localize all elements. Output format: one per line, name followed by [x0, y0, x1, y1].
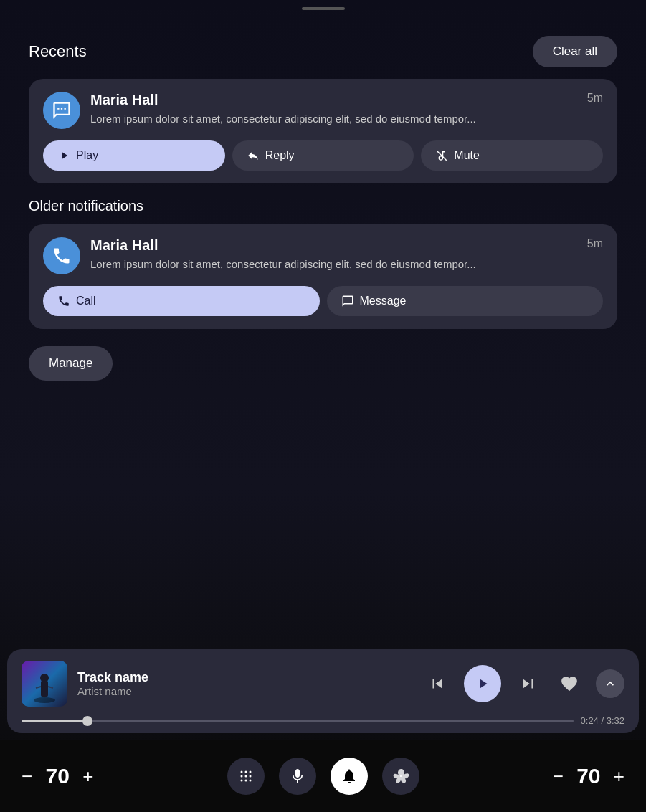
play-pause-icon: [475, 676, 490, 692]
older-notif-content: Maria Hall 5m Lorem ipsum dolor sit amet…: [90, 237, 603, 272]
recents-header: Recents Clear all: [29, 36, 617, 67]
bottom-icons: [227, 758, 419, 795]
microphone-button[interactable]: [279, 758, 316, 795]
heart-icon: [560, 674, 579, 693]
bottom-bar: − 70 +: [0, 740, 646, 812]
progress-bar[interactable]: [22, 720, 574, 722]
fan-icon: [392, 768, 409, 785]
volume-left-plus[interactable]: +: [82, 765, 93, 788]
message-bubble-icon: [341, 295, 354, 307]
notif-actions: Play Reply Mute: [43, 140, 603, 171]
expand-button[interactable]: [596, 669, 624, 698]
older-notifications-title: Older notifications: [29, 198, 617, 214]
svg-point-2: [34, 697, 55, 703]
svg-point-8: [244, 771, 247, 773]
like-button[interactable]: [554, 669, 584, 699]
previous-icon: [428, 674, 447, 693]
media-controls: [422, 665, 624, 702]
mute-icon: [435, 149, 448, 162]
recents-title: Recents: [29, 42, 87, 61]
progress-thumb: [82, 716, 92, 726]
album-art-svg: [22, 661, 67, 707]
svg-point-9: [249, 771, 251, 773]
older-notif-row: Maria Hall 5m: [90, 237, 603, 254]
album-art: [22, 661, 67, 707]
phone-icon: [52, 246, 72, 266]
play-pause-button[interactable]: [464, 665, 501, 702]
notif-message: Lorem ipsum dolor sit amet, consectetur …: [90, 111, 603, 126]
media-player: Track name Artist name 0:24 /: [7, 649, 639, 733]
mute-button[interactable]: Mute: [421, 140, 603, 171]
clear-all-button[interactable]: Clear all: [533, 36, 617, 67]
volume-right-minus[interactable]: −: [553, 765, 564, 788]
volume-left-value: 70: [39, 764, 75, 788]
play-label: Play: [76, 149, 98, 162]
message-app-icon: [43, 92, 80, 129]
album-art-inner: [22, 661, 67, 707]
svg-point-12: [249, 775, 251, 778]
progress-container: 0:24 / 3:32: [22, 715, 624, 726]
previous-button[interactable]: [422, 669, 452, 699]
phone-app-icon: [43, 237, 80, 274]
media-top-row: Track name Artist name: [22, 661, 624, 707]
message-icon: [52, 100, 72, 120]
next-button[interactable]: [513, 669, 543, 699]
bell-button[interactable]: [331, 758, 368, 795]
message-button[interactable]: Message: [327, 286, 604, 316]
volume-right: − 70 +: [553, 764, 624, 788]
volume-right-plus[interactable]: +: [614, 765, 624, 788]
svg-rect-3: [41, 681, 48, 697]
older-notif-header: Maria Hall 5m Lorem ipsum dolor sit amet…: [43, 237, 603, 274]
volume-left: − 70 +: [22, 764, 93, 788]
volume-right-value: 70: [571, 764, 607, 788]
track-name: Track name: [77, 670, 412, 685]
svg-point-7: [240, 771, 242, 773]
reply-button[interactable]: Reply: [232, 140, 414, 171]
call-label: Call: [76, 295, 96, 307]
bell-icon: [341, 768, 358, 785]
reply-label: Reply: [265, 149, 295, 162]
manage-button[interactable]: Manage: [29, 346, 113, 381]
fan-button[interactable]: [382, 758, 419, 795]
time-label: 0:24 / 3:32: [581, 715, 624, 726]
older-notif-sender-name: Maria Hall: [90, 237, 158, 254]
message-label: Message: [360, 295, 407, 307]
drag-handle[interactable]: [302, 7, 345, 10]
call-button[interactable]: Call: [43, 286, 320, 316]
svg-point-14: [244, 780, 247, 782]
svg-point-15: [249, 780, 251, 782]
svg-point-13: [240, 780, 242, 782]
volume-left-minus[interactable]: −: [22, 765, 32, 788]
artist-name: Artist name: [77, 685, 412, 697]
play-icon: [57, 149, 70, 162]
main-content: Recents Clear all Maria Hall 5m Lorem ip…: [0, 22, 646, 395]
call-icon: [57, 295, 70, 307]
play-button[interactable]: Play: [43, 140, 225, 171]
track-info: Track name Artist name: [77, 670, 412, 697]
older-notif-message: Lorem ipsum dolor sit amet, consectetur …: [90, 257, 603, 272]
next-icon: [518, 674, 537, 693]
older-notif-time: 5m: [587, 237, 603, 250]
progress-fill: [22, 720, 87, 722]
svg-point-4: [40, 674, 49, 682]
keypad-icon: [237, 768, 255, 785]
older-notification-card: Maria Hall 5m Lorem ipsum dolor sit amet…: [29, 224, 617, 329]
notif-time: 5m: [587, 92, 603, 105]
svg-point-11: [244, 775, 247, 778]
notif-row: Maria Hall 5m: [90, 92, 603, 108]
keypad-button[interactable]: [227, 758, 265, 795]
recent-notification-card: Maria Hall 5m Lorem ipsum dolor sit amet…: [29, 79, 617, 183]
microphone-icon: [289, 768, 306, 785]
chevron-up-icon: [603, 677, 617, 691]
reply-icon: [247, 149, 260, 162]
older-notif-actions: Call Message: [43, 286, 603, 316]
mute-label: Mute: [454, 149, 480, 162]
svg-point-10: [240, 775, 242, 778]
notif-content: Maria Hall 5m Lorem ipsum dolor sit amet…: [90, 92, 603, 126]
notif-sender-name: Maria Hall: [90, 92, 158, 108]
notif-header: Maria Hall 5m Lorem ipsum dolor sit amet…: [43, 92, 603, 129]
